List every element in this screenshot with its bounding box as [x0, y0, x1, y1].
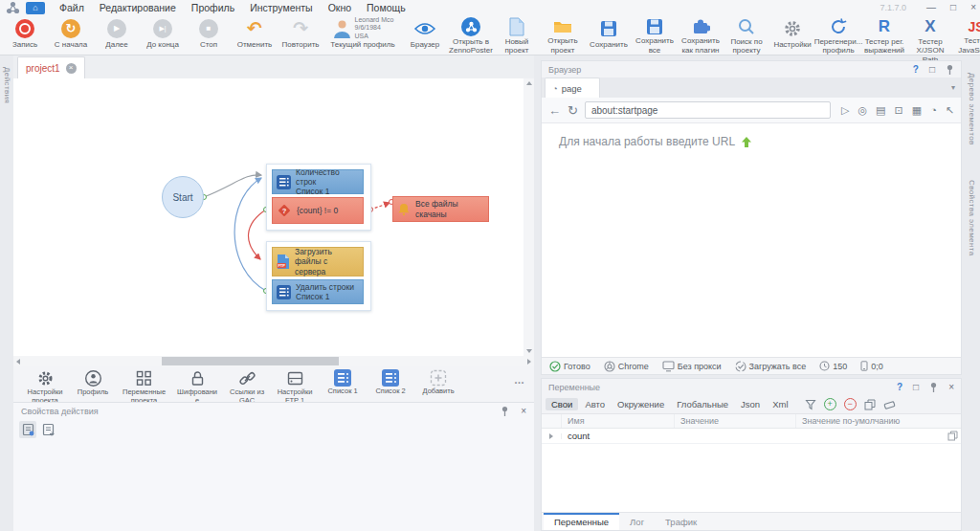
step-next-button[interactable]: ▶ Далее — [94, 16, 140, 55]
record-icon[interactable]: ◎ — [858, 104, 867, 117]
scroll-up-icon[interactable] — [526, 81, 532, 85]
play-icon[interactable]: ▷ — [841, 104, 849, 117]
stop-button[interactable]: ■ Стоп — [186, 16, 232, 55]
variable-name[interactable]: count — [562, 431, 675, 441]
status-engine[interactable]: Chrome — [604, 361, 649, 372]
elements-tree-dock-tab[interactable]: Дерево элементов — [968, 73, 976, 145]
start-node[interactable]: Start — [162, 176, 204, 218]
list1-button[interactable]: Список 1 — [319, 366, 367, 402]
pin-icon[interactable] — [501, 406, 509, 417]
node-alert[interactable]: Все файлы скачаны — [392, 196, 489, 222]
pin-icon[interactable] — [946, 64, 954, 76]
save-as-plugin-button[interactable]: Сохранить как плагин — [678, 16, 724, 55]
regenerate-profile-button[interactable]: Перегенери... профиль — [815, 16, 861, 55]
tab-auto[interactable]: Авто — [579, 398, 611, 410]
current-profile-button[interactable]: Leonard Mco 9/6/1984 USA Текущий профиль — [323, 16, 402, 55]
browser-viewport[interactable]: Для начала работы введите URL — [542, 123, 961, 357]
document-icon[interactable]: ▤ — [876, 104, 885, 117]
table-row[interactable]: count — [542, 429, 961, 444]
doc-properties-icon[interactable] — [19, 421, 36, 438]
tab-variables[interactable]: Переменные — [544, 513, 619, 530]
cursor-icon[interactable]: ↖ — [946, 104, 954, 117]
element-properties-dock-tab[interactable]: Свойства элемента — [968, 180, 976, 256]
add-variable-icon[interactable]: + — [824, 398, 836, 410]
settings-button[interactable]: Настройки — [769, 16, 815, 55]
node-delete-rows[interactable]: Удалить строки Список 1 — [272, 279, 364, 304]
tab-log[interactable]: Лог — [619, 513, 655, 530]
remove-variable-icon[interactable]: − — [844, 398, 857, 410]
minimize-button[interactable]: — — [926, 3, 936, 12]
tab-traffic[interactable]: Трафик — [655, 513, 707, 530]
close-icon[interactable]: × — [521, 407, 526, 416]
tab-own[interactable]: Свои — [546, 398, 578, 410]
flow-group-bottom[interactable]: FTP Загрузить файлы с сервера Удалить ст… — [266, 241, 371, 311]
globe-icon[interactable]: ◔ — [930, 104, 937, 116]
node-condition[interactable]: ? {count} != 0 — [272, 197, 364, 224]
encryption-button[interactable]: Шифровани е — [171, 366, 223, 402]
redo-button[interactable]: ↷ Повторить — [278, 16, 323, 55]
variables-table-body[interactable] — [542, 444, 961, 512]
doc-arrow-icon[interactable] — [39, 421, 56, 438]
project-settings-button[interactable]: Настройки проекта — [21, 366, 69, 402]
close-icon[interactable]: × — [948, 383, 954, 392]
column-name[interactable]: Имя — [562, 414, 675, 428]
to-end-button[interactable]: ▶| До конца — [140, 16, 186, 55]
scroll-right-icon[interactable] — [527, 359, 531, 365]
panels-icon[interactable]: ▦ — [912, 104, 922, 117]
tab-project1[interactable]: project1 × — [17, 56, 85, 78]
menu-edit[interactable]: Редактирование — [92, 2, 184, 13]
column-default[interactable]: Значение по-умолчанию — [796, 414, 961, 428]
save-button[interactable]: Сохранить — [586, 16, 632, 55]
ftp-settings-button[interactable]: Настройки FTP 1 — [271, 366, 319, 402]
node-download-files[interactable]: FTP Загрузить файлы с сервера — [272, 247, 364, 277]
tab-close-icon[interactable]: × — [66, 63, 77, 74]
menu-window[interactable]: Окно — [321, 2, 359, 13]
url-input[interactable] — [585, 101, 831, 119]
column-value[interactable]: Значение — [675, 414, 796, 428]
new-project-button[interactable]: Новый проект — [494, 16, 540, 55]
canvas-vertical-scrollbar[interactable] — [523, 78, 534, 356]
tab-xml[interactable]: Xml — [767, 398, 793, 410]
help-icon[interactable]: ? — [897, 382, 902, 392]
project-variables-button[interactable]: Переменные проекта — [117, 366, 171, 402]
actions-dock-tab[interactable]: Действия — [3, 67, 11, 103]
menu-profile[interactable]: Профиль — [184, 2, 242, 13]
flow-group-top[interactable]: Количество строк Список 1 ? {count} != 0 — [266, 164, 371, 231]
chevron-down-icon[interactable]: ▾ — [951, 83, 955, 92]
regex-tester-button[interactable]: R Тестер рег. выражений — [861, 16, 907, 55]
gac-links-button[interactable]: Ссылки из GAC — [223, 366, 271, 402]
xjson-path-tester-button[interactable]: X Тестер X/JSON Path — [907, 16, 953, 55]
record-button[interactable]: Запись — [2, 16, 48, 55]
copy-row-icon[interactable] — [944, 431, 961, 441]
help-icon[interactable]: ? — [913, 64, 919, 75]
list2-button[interactable]: Список 2 — [367, 366, 414, 402]
profile-button[interactable]: Профиль — [69, 366, 117, 402]
menu-tools[interactable]: Инструменты — [242, 2, 320, 13]
tab-global[interactable]: Глобальные — [671, 398, 734, 410]
maximize-button[interactable]: □ — [950, 3, 956, 12]
open-project-button[interactable]: Сохранить Открыть проект — [540, 16, 586, 55]
tab-json[interactable]: Json — [735, 398, 766, 410]
tab-environment[interactable]: Окружение — [612, 398, 670, 410]
save-all-button[interactable]: Сохранить все — [632, 16, 678, 55]
maximize-icon[interactable]: □ — [929, 65, 935, 75]
from-start-button[interactable]: ↻ С начала — [48, 16, 94, 55]
tab-page[interactable]: ◔ page — [545, 77, 600, 98]
pin-icon[interactable] — [929, 382, 938, 393]
maximize-icon[interactable]: □ — [913, 383, 919, 392]
status-timer[interactable]: 150 — [819, 361, 847, 371]
home-icon[interactable]: ⌂ — [26, 2, 45, 14]
search-project-button[interactable]: Поиск по проекту — [724, 16, 769, 55]
browser-toggle-button[interactable]: Браузер — [402, 16, 448, 55]
flow-canvas[interactable]: Start Количество строк Список 1 ? {count… — [13, 78, 534, 356]
undo-button[interactable]: ↶ Отменить — [232, 16, 278, 55]
scroll-left-icon[interactable] — [16, 359, 20, 365]
menu-file[interactable]: Файл — [52, 2, 92, 13]
scrollbar-thumb[interactable] — [162, 357, 339, 365]
open-external-icon[interactable]: ⊡ — [895, 104, 903, 117]
scroll-down-icon[interactable] — [526, 349, 532, 353]
status-proxy[interactable]: Без прокси — [662, 361, 722, 372]
filter-icon[interactable] — [805, 399, 816, 410]
add-resource-button[interactable]: Добавить — [414, 366, 462, 402]
copy-icon[interactable] — [864, 399, 876, 410]
